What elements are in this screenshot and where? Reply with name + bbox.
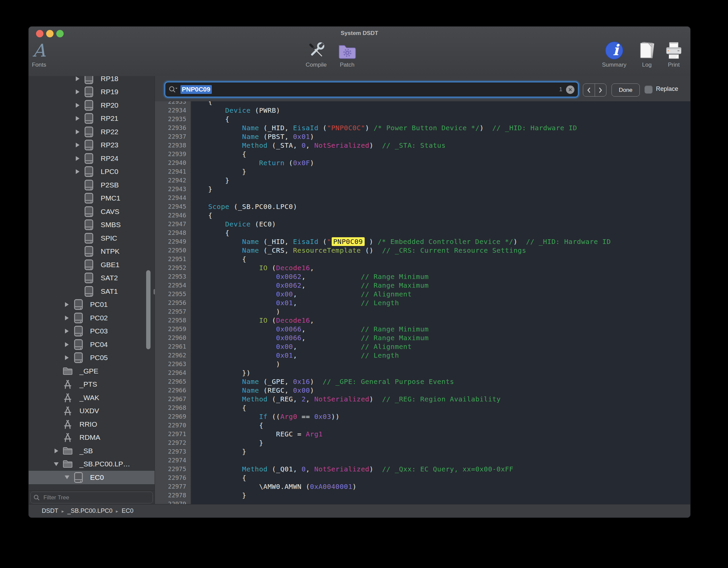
sidebar-item-sat2[interactable]: SAT2 — [29, 272, 155, 285]
code-line[interactable]: } — [191, 438, 690, 447]
sidebar-item-sat1[interactable]: SAT1 — [29, 285, 155, 298]
code-line[interactable]: Name (_HID, EisaId ("PNP0C09 ) /* Embedd… — [191, 237, 690, 246]
find-next-button[interactable] — [595, 84, 606, 96]
code-line[interactable]: Scope (_SB.PC00.LPC0) — [191, 202, 690, 211]
code-line[interactable]: { — [191, 403, 690, 412]
summary-button[interactable]: i Summary — [596, 40, 633, 68]
replace-checkbox[interactable] — [644, 85, 653, 94]
disclosure-triangle-icon[interactable] — [65, 302, 69, 307]
code-line[interactable]: 0x01, // Length — [191, 351, 690, 360]
disclosure-triangle-icon[interactable] — [55, 449, 58, 453]
sidebar-item-rrio[interactable]: RRIO — [29, 418, 155, 431]
sidebar-item--gpe[interactable]: _GPE — [29, 364, 155, 378]
sidebar-item-rp18[interactable]: RP18 — [29, 76, 155, 85]
sidebar-item-gbe1[interactable]: GBE1 — [29, 258, 155, 272]
sidebar-item-pc02[interactable]: PC02 — [29, 311, 155, 325]
sidebar-item-lpc0[interactable]: LPC0 — [29, 165, 155, 179]
code-line[interactable]: Name (_CRS, ResourceTemplate () // _CRS:… — [191, 246, 690, 255]
filter-tree-input[interactable] — [43, 494, 143, 501]
code-line[interactable]: Name (_HID, EisaId ("PNP0C0C") /* Power … — [191, 123, 690, 132]
code-line[interactable]: { — [191, 421, 690, 430]
disclosure-triangle-icon[interactable] — [65, 355, 69, 360]
source-code[interactable]: { Device (PWRB) { Name (_HID, EisaId ("P… — [191, 101, 690, 504]
sidebar-item-rp23[interactable]: RP23 — [29, 139, 155, 152]
disclosure-triangle-icon[interactable] — [54, 462, 59, 466]
code-line[interactable]: } — [191, 176, 690, 185]
disclosure-triangle-icon[interactable] — [76, 76, 79, 81]
code-line[interactable]: { — [191, 255, 690, 263]
print-button[interactable]: Print — [655, 40, 691, 68]
code-line[interactable]: { — [191, 115, 690, 123]
code-line[interactable] — [191, 193, 690, 202]
sidebar-item-pmc1[interactable]: PMC1 — [29, 192, 155, 205]
code-line[interactable]: Name (_GPE, 0x16) // _GPE: General Purpo… — [191, 377, 690, 386]
sidebar-item--sb-pc00-lp-[interactable]: _SB.PC00.LP… — [29, 458, 155, 471]
done-button[interactable]: Done — [611, 83, 640, 97]
sidebar-item-pc05[interactable]: PC05 — [29, 351, 155, 365]
sidebar-item-pc01[interactable]: PC01 — [29, 298, 155, 312]
code-line[interactable]: If ((Arg0 == 0x03)) — [191, 412, 690, 421]
sidebar-item-spic[interactable]: SPIC — [29, 232, 155, 245]
sidebar-item-rp22[interactable]: RP22 — [29, 125, 155, 139]
sidebar-item-rp24[interactable]: RP24 — [29, 152, 155, 165]
sidebar-item-rp19[interactable]: RP19 — [29, 85, 155, 99]
disclosure-triangle-icon[interactable] — [76, 103, 79, 108]
code-line[interactable]: { — [191, 211, 690, 220]
sidebar-item-uxdv[interactable]: UXDV — [29, 404, 155, 418]
code-line[interactable]: Device (PWRB) — [191, 106, 690, 115]
sidebar-item--pts[interactable]: _PTS — [29, 378, 155, 391]
breadcrumb-item[interactable]: EC0 — [122, 507, 133, 514]
breadcrumb-item[interactable]: _SB.PC00.LPC0 — [67, 507, 112, 514]
filter-tree-field[interactable] — [30, 492, 153, 503]
code-line[interactable]: 0x00, // Alignment — [191, 342, 690, 351]
code-line[interactable]: { — [191, 101, 690, 106]
breadcrumb-item[interactable]: DSDT — [42, 507, 58, 514]
disclosure-triangle-icon[interactable] — [65, 316, 69, 320]
code-line[interactable]: } — [191, 167, 690, 176]
sidebar-item--sb[interactable]: _SB — [29, 444, 155, 458]
code-line[interactable]: 0x0062, // Range Maximum — [191, 281, 690, 290]
code-line[interactable]: Method (_STA, 0, NotSerialized) // _STA:… — [191, 141, 690, 150]
disclosure-triangle-icon[interactable] — [76, 143, 79, 147]
code-line[interactable]: Method (_REG, 2, NotSerialized) // _REG:… — [191, 395, 690, 403]
find-input[interactable]: PNP0C09 1 — [165, 82, 578, 97]
code-area[interactable]: 2293322934229352293622937229382293922940… — [155, 101, 690, 504]
code-line[interactable]: 0x01, // Length — [191, 298, 690, 307]
disclosure-triangle-icon[interactable] — [76, 90, 79, 94]
disclosure-triangle-icon[interactable] — [76, 116, 79, 121]
sidebar-item--wak[interactable]: _WAK — [29, 391, 155, 404]
sidebar-item-rp20[interactable]: RP20 — [29, 99, 155, 112]
sidebar-item-cavs[interactable]: CAVS — [29, 205, 155, 218]
clear-search-icon[interactable] — [566, 85, 574, 94]
code-line[interactable] — [191, 456, 690, 465]
sidebar-item-p2sb[interactable]: P2SB — [29, 178, 155, 192]
code-line[interactable]: 0x00, // Alignment — [191, 290, 690, 298]
sidebar-item-pc04[interactable]: PC04 — [29, 338, 155, 351]
code-line[interactable]: { — [191, 150, 690, 158]
disclosure-triangle-icon[interactable] — [76, 169, 79, 174]
code-line[interactable]: \AMW0.AMWN (0xA0040001) — [191, 482, 690, 491]
sidebar-item-ec0[interactable]: EC0 — [29, 471, 155, 484]
code-line[interactable]: { — [191, 473, 690, 482]
disclosure-triangle-icon[interactable] — [65, 329, 69, 333]
code-line[interactable]: Name (REGC, 0x00) — [191, 386, 690, 395]
code-line[interactable]: { — [191, 228, 690, 237]
code-line[interactable]: Method (_Q01, 0, NotSerialized) // _Qxx:… — [191, 465, 690, 473]
sidebar-item-rp21[interactable]: RP21 — [29, 112, 155, 126]
disclosure-triangle-icon[interactable] — [65, 475, 69, 479]
sidebar-item-ntpk[interactable]: NTPK — [29, 245, 155, 258]
disclosure-triangle-icon[interactable] — [76, 130, 79, 134]
disclosure-triangle-icon[interactable] — [76, 156, 79, 161]
code-line[interactable]: 0x0066, // Range Maximum — [191, 333, 690, 342]
code-line[interactable]: ) — [191, 307, 690, 316]
sidebar-scrollbar[interactable] — [146, 270, 151, 349]
code-line[interactable]: Return (0x0F) — [191, 158, 690, 167]
code-line[interactable]: } — [191, 491, 690, 500]
code-line[interactable]: } — [191, 185, 690, 193]
sidebar-item-rdma[interactable]: RDMA — [29, 431, 155, 445]
disclosure-triangle-icon[interactable] — [65, 342, 69, 347]
code-line[interactable]: Name (PBST, 0x01) — [191, 132, 690, 141]
code-line[interactable] — [191, 500, 690, 504]
search-menu-icon[interactable] — [169, 86, 178, 93]
sidebar-item-smbs[interactable]: SMBS — [29, 218, 155, 232]
